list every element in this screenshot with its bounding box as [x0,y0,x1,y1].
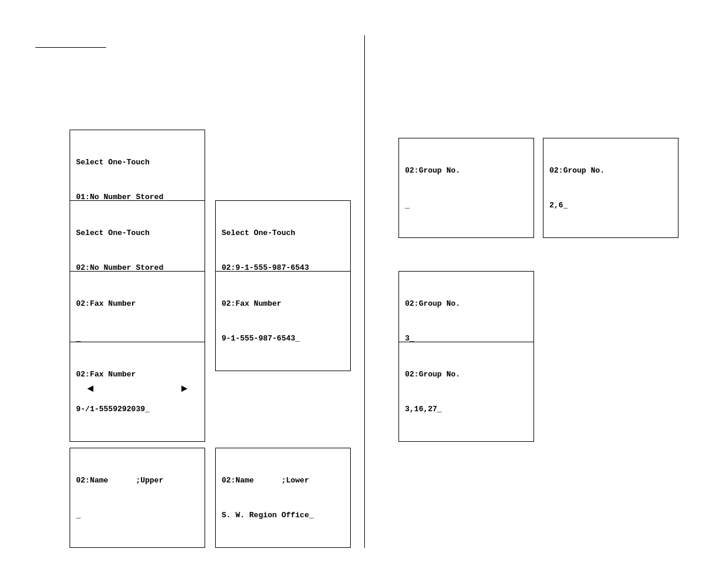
fax-edit-line2: 9-/1-5559292039_ [76,404,199,415]
fax-edit-line1: 02:Fax Number [76,369,199,381]
panel-group-top-right: 02:Group No. 2,6_ [543,138,678,238]
select-02-right-line1: Select One-Touch [222,227,344,239]
select-01-line1: Select One-Touch [76,157,199,168]
group-lower-line1: 02:Group No. [405,369,528,381]
fax-right-line1: 02:Fax Number [222,298,344,310]
group-mid-line1: 02:Group No. [405,298,528,310]
select-02-left-line1: Select One-Touch [76,227,199,239]
name-upper-line2: _ [76,510,199,521]
panel-name-upper: 02:Name ;Upper _ [70,448,205,548]
fax-left-line1: 02:Fax Number [76,298,199,310]
arrow-right-button[interactable]: ► [181,383,187,395]
arrow-left-button[interactable]: ◄ [87,383,94,395]
group-lower-line2: 3,16,27_ [405,404,528,415]
group-top-left-line2: _ [405,200,528,211]
panel-group-lower: 02:Group No. 3,16,27_ [398,342,534,442]
group-top-right-line2: 2,6_ [549,200,672,211]
vertical-divider [364,35,365,548]
group-top-left-line1: 02:Group No. [405,165,528,177]
name-upper-line1: 02:Name ;Upper [76,475,199,487]
top-line [35,47,106,48]
name-lower-line1: 02:Name ;Lower [222,475,344,487]
panel-group-top-left: 02:Group No. _ [398,138,534,238]
name-lower-line2: S. W. Region Office_ [222,510,344,521]
fax-right-line2: 9-1-555-987-6543_ [222,333,344,345]
panel-fax-right: 02:Fax Number 9-1-555-987-6543_ [215,271,351,371]
group-top-right-line1: 02:Group No. [549,165,672,177]
arrow-area: ◄ ► [70,383,205,395]
panel-name-lower: 02:Name ;Lower S. W. Region Office_ [215,448,351,548]
page-container: Select One-Touch 01:No Number Stored Sel… [0,0,728,562]
